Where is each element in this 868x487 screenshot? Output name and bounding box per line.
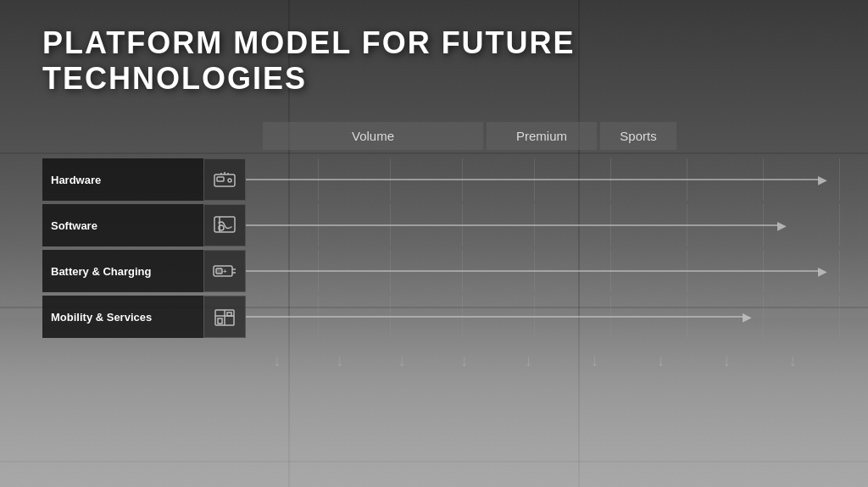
- hardware-arrow-area: [246, 158, 826, 201]
- svg-point-2: [228, 179, 231, 182]
- mobility-row: Mobility & Services: [42, 296, 826, 338]
- software-arrow: [246, 224, 778, 226]
- slide-title: PLATFORM MODEL FOR FUTURE TECHNOLOGIES: [42, 25, 826, 97]
- hardware-row: Hardware: [42, 158, 826, 201]
- down-arrow-3: ↓: [370, 351, 433, 370]
- software-arrow-area: [246, 204, 826, 246]
- data-rows: Hardware: [42, 158, 826, 338]
- down-arrow-1: ↓: [246, 351, 309, 370]
- battery-row: Battery & Charging +: [42, 250, 826, 292]
- mobility-arrow-area: [246, 296, 826, 338]
- rows-wrapper: Hardware: [42, 158, 826, 338]
- down-arrow-5: ↓: [495, 351, 561, 370]
- down-arrow-8: ↓: [693, 351, 760, 370]
- down-arrow-7: ↓: [627, 351, 693, 370]
- bottom-arrows-row: ↓ ↓ ↓ ↓ ↓ ↓ ↓ ↓ ↓: [246, 351, 826, 370]
- battery-arrow-area: [246, 250, 826, 292]
- hardware-icon: [203, 158, 246, 201]
- hardware-label: Hardware: [42, 158, 203, 201]
- battery-icon: +: [203, 250, 246, 292]
- chart-area: Volume Premium Sports Hardware: [42, 122, 826, 470]
- down-arrow-6: ↓: [561, 351, 627, 370]
- column-headers: Volume Premium Sports: [246, 122, 826, 150]
- down-arrow-2: ↓: [309, 351, 371, 370]
- mobility-label: Mobility & Services: [42, 296, 203, 338]
- software-icon: [203, 204, 246, 246]
- svg-rect-17: [218, 318, 222, 324]
- battery-arrow: [246, 270, 819, 272]
- svg-rect-12: [216, 268, 222, 274]
- premium-header: Premium: [487, 122, 597, 150]
- mobility-icon: [203, 296, 246, 338]
- software-label: Software: [42, 204, 203, 246]
- battery-label: Battery & Charging: [42, 250, 203, 292]
- volume-header: Volume: [263, 122, 483, 150]
- slide-container: PLATFORM MODEL FOR FUTURE TECHNOLOGIES V…: [0, 0, 868, 487]
- hardware-arrow: [246, 179, 819, 180]
- svg-text:+: +: [223, 268, 227, 275]
- software-row: Software: [42, 204, 826, 246]
- svg-rect-18: [227, 313, 231, 316]
- down-arrow-4: ↓: [433, 351, 496, 370]
- sports-header: Sports: [600, 122, 676, 150]
- svg-rect-1: [217, 177, 224, 181]
- down-arrow-9: ↓: [760, 351, 826, 370]
- mobility-arrow: [246, 316, 743, 318]
